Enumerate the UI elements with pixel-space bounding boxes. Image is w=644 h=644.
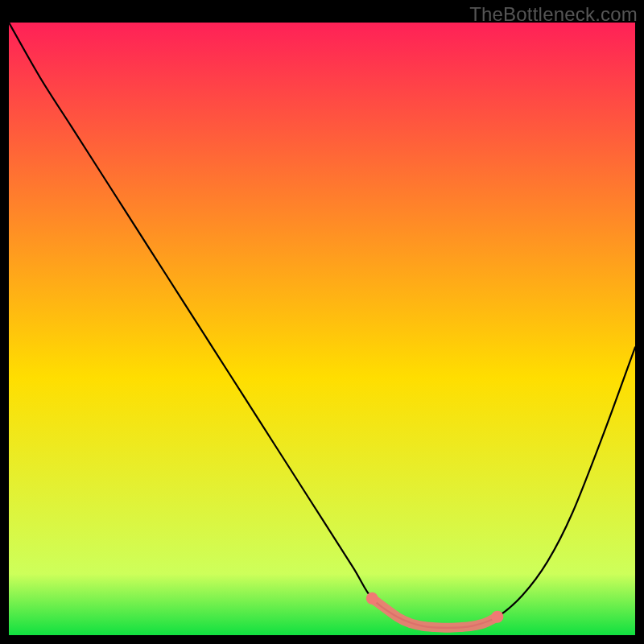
highlight-start-dot xyxy=(366,592,378,605)
chart-root: TheBottleneck.com xyxy=(0,0,644,644)
watermark-text: TheBottleneck.com xyxy=(469,3,638,26)
highlight-end-dot xyxy=(491,611,503,623)
plot-area xyxy=(9,23,635,635)
chart-svg xyxy=(9,23,635,635)
gradient-background xyxy=(9,23,635,635)
